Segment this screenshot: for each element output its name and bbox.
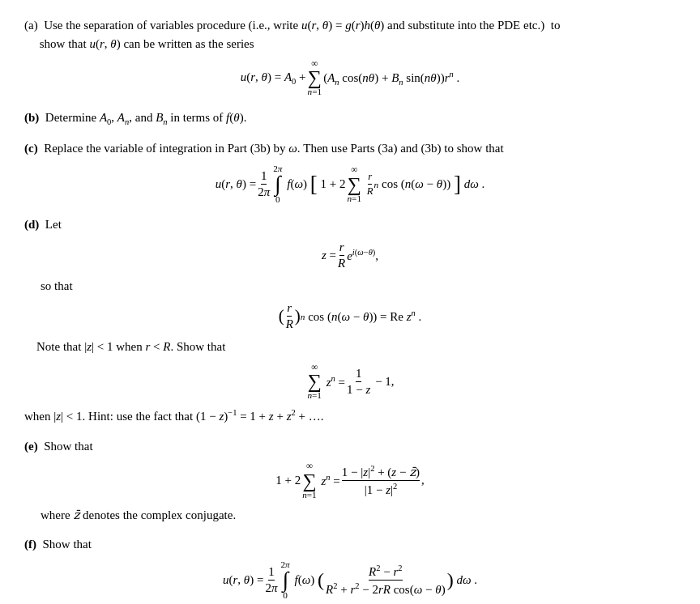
section-d-when: when |z| < 1. Hint: use the fact that (1… [24, 406, 676, 426]
section-b: (b) Determine A0, An, and Bn in terms of… [24, 108, 676, 129]
frac-f1: 1 2π [265, 565, 277, 595]
formula-d1: z = r R ei(ω−θ), [24, 240, 676, 270]
section-a: (a) Use the separation of variables proc… [24, 16, 676, 97]
frac-f2: R2 − r2 R2 + r2 − 2rR cos(ω − θ) [326, 564, 446, 597]
section-d-note: Note that |z| < 1 when r < R. Show that [24, 338, 676, 356]
integral-c: 2π ∫ 0 [273, 164, 282, 205]
sum-e: ∞ ∑ n=1 [302, 462, 317, 500]
section-f-text: (f) Show that [24, 535, 676, 554]
formula-a: u(r, θ) = A0 + ∞ ∑ n=1 (An cos(nθ) + Bn … [24, 59, 676, 97]
integral-f: 2π ∫ 0 [280, 560, 289, 601]
section-e-where: where z̄ denotes the complex conjugate. [41, 506, 676, 525]
section-b-text: (b) Determine A0, An, and Bn in terms of… [24, 108, 676, 129]
section-d-let: (d) Let [24, 215, 676, 234]
formula-c: u(r, θ) = 1 2π 2π ∫ 0 f(ω) [ 1 + 2 ∞ ∑ n… [24, 164, 676, 205]
formula-d2: ( r R ) n cos (n(ω − θ)) = Re zn . [24, 301, 676, 331]
sum-symbol-a: ∞ ∑ n=1 [308, 59, 322, 97]
section-d: (d) Let z = r R ei(ω−θ), so that ( r R )… [24, 215, 676, 426]
section-f: (f) Show that u(r, θ) = 1 2π 2π ∫ 0 f(ω)… [24, 535, 676, 604]
section-a-text: (a) Use the separation of variables proc… [24, 16, 676, 53]
frac-d1: r R [338, 240, 345, 270]
frac-d3: 1 1 − z [347, 367, 370, 397]
section-d-so: so that [41, 277, 676, 296]
section-e: (e) Show that 1 + 2 ∞ ∑ n=1 zn = 1 − |z|… [24, 437, 676, 525]
section-a-label: (a) [24, 19, 38, 32]
sum-c: ∞ ∑ n=1 [347, 165, 361, 203]
sum-d: ∞ ∑ n=1 [307, 363, 322, 401]
frac-c: 1 2π [258, 169, 270, 199]
section-c: (c) Replace the variable of integration … [24, 139, 676, 204]
formula-f: u(r, θ) = 1 2π 2π ∫ 0 f(ω) ( R2 − r2 R2 … [24, 560, 676, 601]
formula-e: 1 + 2 ∞ ∑ n=1 zn = 1 − |z|2 + (z − z̄) |… [24, 462, 676, 500]
section-c-text: (c) Replace the variable of integration … [24, 139, 676, 158]
section-e-text: (e) Show that [24, 437, 676, 456]
frac-e: 1 − |z|2 + (z − z̄) |1 − z|2 [342, 464, 420, 497]
frac-d2: r R [286, 301, 293, 331]
formula-d3: ∞ ∑ n=1 zn = 1 1 − z − 1, [24, 363, 676, 401]
frac-c2: r R [367, 171, 373, 198]
